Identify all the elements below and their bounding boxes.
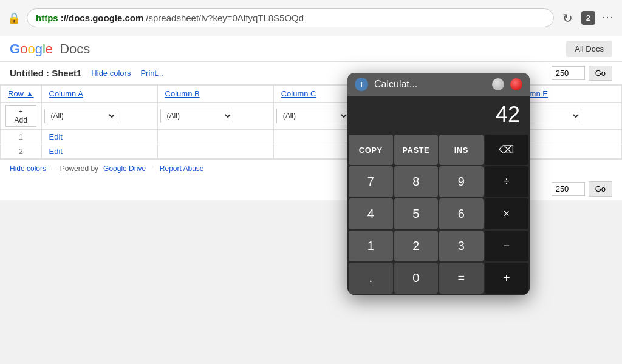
footer-dash2: – — [151, 164, 155, 173]
calc-multiply-button[interactable]: × — [485, 198, 529, 229]
browser-bar: 🔒 https ://docs.google.com /spreadsheet/… — [0, 0, 622, 36]
col-header-a[interactable]: Column A — [41, 86, 157, 103]
calc-display-value: 42 — [496, 102, 520, 127]
calc-3-button[interactable]: 3 — [439, 231, 484, 261]
sheet-title: Untitled : Sheet1 — [10, 68, 81, 78]
calc-title-bar: i Calculat... — [347, 73, 530, 96]
calc-close-button[interactable] — [510, 78, 522, 90]
col-header-b[interactable]: Column B — [157, 86, 273, 103]
row-2-edit-cell: Edit — [41, 144, 157, 159]
google-drive-link[interactable]: Google Drive — [103, 164, 146, 173]
calc-divide-button[interactable]: ÷ — [485, 166, 529, 197]
calc-title: Calculat... — [374, 79, 486, 90]
calc-paste-button[interactable]: PASTE — [394, 135, 439, 165]
go-button-top[interactable]: Go — [589, 66, 612, 81]
calculator-overlay: i Calculat... 42 COPY PASTE INS ⌫ 7 8 9 … — [347, 73, 530, 295]
row-1-edit-cell: Edit — [41, 130, 157, 144]
calc-dot-button[interactable]: . — [349, 263, 393, 294]
row-number-1: 1 — [1, 130, 42, 144]
filter-col-c[interactable]: (All) — [276, 109, 349, 123]
calc-4-button[interactable]: 4 — [349, 198, 393, 229]
go-input-bottom[interactable] — [552, 182, 585, 196]
browser-menu-icon[interactable]: ⋮ — [601, 12, 615, 25]
col-header-row[interactable]: Row ▲ — [1, 86, 42, 103]
calc-ins-button[interactable]: INS — [439, 135, 484, 165]
calc-plus-button[interactable]: + — [485, 263, 529, 294]
print-link[interactable]: Print... — [140, 69, 163, 78]
filter-col-a[interactable]: (All) — [44, 109, 117, 123]
add-button[interactable]: + Add — [5, 105, 36, 127]
url-domain: ://docs.google.com — [61, 13, 144, 23]
go-button-bottom[interactable]: Go — [589, 181, 612, 197]
url-bar[interactable]: https ://docs.google.com /spreadsheet/lv… — [27, 8, 554, 27]
calc-display: 42 — [347, 96, 530, 133]
url-https: https — [36, 13, 58, 23]
footer-dash1: – — [51, 164, 55, 173]
calc-6-button[interactable]: 6 — [439, 198, 484, 229]
calc-minus-button[interactable]: − — [485, 231, 529, 261]
hide-colors-link-footer[interactable]: Hide colors — [10, 164, 46, 173]
calc-9-button[interactable]: 9 — [439, 166, 484, 197]
calc-backspace-button[interactable]: ⌫ — [485, 135, 529, 165]
reload-button[interactable]: ↻ — [560, 8, 575, 28]
calc-info-icon[interactable]: i — [355, 78, 368, 91]
calc-5-button[interactable]: 5 — [394, 198, 439, 229]
edit-link-row2[interactable]: Edit — [49, 147, 63, 156]
filter-col-b[interactable]: (All) — [160, 109, 233, 123]
calc-1-button[interactable]: 1 — [349, 231, 393, 261]
gdocs-logo-text: Docs — [60, 41, 90, 56]
powered-by-label: Powered by — [60, 164, 98, 173]
gdocs-logo: Google Docs — [10, 41, 90, 57]
edit-link-row1[interactable]: Edit — [49, 132, 63, 141]
gdocs-header: Google Docs All Docs — [0, 36, 622, 62]
report-abuse-link[interactable]: Report Abuse — [160, 164, 204, 173]
calc-0-button[interactable]: 0 — [394, 263, 439, 294]
calc-8-button[interactable]: 8 — [394, 166, 439, 197]
calc-copy-button[interactable]: COPY — [349, 135, 393, 165]
go-input-top[interactable] — [552, 66, 585, 80]
calc-equals-button[interactable]: = — [439, 263, 484, 294]
lock-icon: 🔒 — [7, 12, 21, 25]
calc-minimize-button[interactable] — [492, 78, 504, 90]
calc-2-button[interactable]: 2 — [394, 231, 439, 261]
url-path: /spreadsheet/lv?key=0AlfyqTL8S5OQd — [146, 13, 304, 23]
calc-buttons-grid: COPY PASTE INS ⌫ 7 8 9 ÷ 4 5 6 × 1 2 3 −… — [347, 133, 530, 295]
all-docs-button[interactable]: All Docs — [566, 41, 612, 57]
calc-7-button[interactable]: 7 — [349, 166, 393, 197]
tab-count-badge[interactable]: 2 — [581, 11, 595, 25]
row-number-2: 2 — [1, 144, 42, 159]
hide-colors-link-top[interactable]: Hide colors — [91, 69, 131, 78]
